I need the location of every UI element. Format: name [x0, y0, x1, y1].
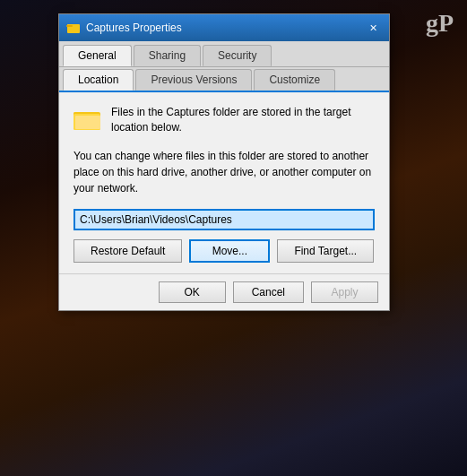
info-box: Files in the Captures folder are stored … [74, 105, 375, 135]
title-bar-controls: ✕ [364, 19, 382, 37]
tab-general[interactable]: General [63, 45, 132, 66]
tab-previous-versions[interactable]: Previous Versions [135, 69, 252, 91]
tab-customize[interactable]: Customize [254, 69, 335, 91]
tabs-row-2: Location Previous Versions Customize [59, 67, 389, 92]
change-description-text: You can change where files in this folde… [74, 148, 375, 196]
svg-rect-2 [66, 25, 73, 27]
apply-button[interactable]: Apply [311, 281, 378, 303]
close-button[interactable]: ✕ [364, 19, 382, 37]
restore-default-button[interactable]: Restore Default [74, 239, 182, 263]
gp-watermark: gP [426, 9, 454, 38]
folder-icon [74, 107, 102, 132]
dialog-window: Captures Properties ✕ General Sharing Se… [58, 13, 390, 311]
title-bar: Captures Properties ✕ [59, 14, 389, 41]
bottom-bar: OK Cancel Apply [59, 273, 389, 310]
tab-security[interactable]: Security [203, 45, 272, 66]
find-target-button[interactable]: Find Target... [277, 239, 374, 263]
move-button[interactable]: Move... [189, 239, 270, 263]
svg-rect-6 [75, 116, 100, 129]
tabs-row-1: General Sharing Security [59, 41, 389, 67]
path-input[interactable] [74, 209, 375, 230]
tab-location[interactable]: Location [63, 69, 134, 91]
ok-button[interactable]: OK [159, 281, 226, 303]
dialog-content: Files in the Captures folder are stored … [59, 92, 389, 273]
info-text: Files in the Captures folder are stored … [111, 105, 375, 135]
dialog-title-icon [66, 21, 81, 35]
cancel-button[interactable]: Cancel [233, 281, 304, 303]
dialog-title: Captures Properties [86, 22, 364, 34]
action-buttons-row: Restore Default Move... Find Target... [74, 239, 375, 263]
tab-sharing[interactable]: Sharing [134, 45, 201, 66]
